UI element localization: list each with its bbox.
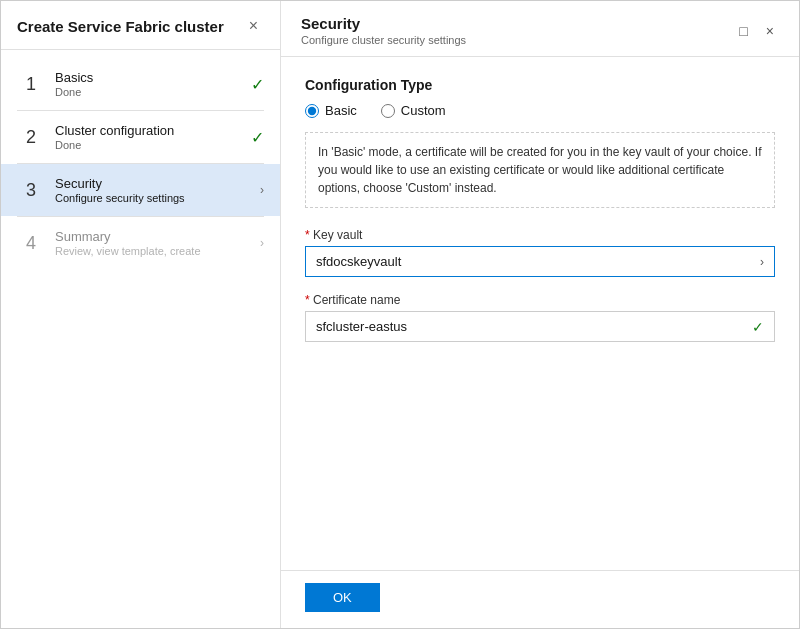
right-content: Configuration Type Basic Custom In 'Basi…: [281, 57, 799, 570]
dialog-title: Create Service Fabric cluster: [17, 18, 224, 35]
right-title: Security: [301, 15, 734, 32]
step-check-1: ✓: [251, 75, 264, 94]
key-vault-group: * Key vault ›: [305, 228, 775, 277]
step-subtitle-1: Done: [55, 86, 245, 98]
radio-custom[interactable]: Custom: [381, 103, 446, 118]
create-cluster-dialog: Create Service Fabric cluster × 1 Basics…: [0, 0, 800, 629]
step-title-2: Cluster configuration: [55, 123, 245, 138]
key-vault-label: * Key vault: [305, 228, 775, 242]
key-vault-input-wrapper[interactable]: ›: [305, 246, 775, 277]
step-chevron-3: ›: [260, 183, 264, 197]
step-number-4: 4: [17, 229, 45, 257]
steps-list: 1 Basics Done ✓ 2 Cluster configuration …: [1, 50, 280, 628]
step-subtitle-3: Configure security settings: [55, 192, 256, 204]
key-vault-chevron-icon[interactable]: ›: [750, 255, 774, 269]
step-subtitle-4: Review, view template, create: [55, 245, 256, 257]
radio-group: Basic Custom: [305, 103, 775, 118]
certificate-name-check-icon: ✓: [742, 319, 774, 335]
step-item-basics[interactable]: 1 Basics Done ✓: [1, 58, 280, 110]
minimize-button[interactable]: □: [734, 21, 752, 41]
right-panel: Security Configure cluster security sett…: [281, 1, 799, 628]
radio-basic-label: Basic: [325, 103, 357, 118]
certificate-name-input-wrapper[interactable]: ✓: [305, 311, 775, 342]
right-footer: OK: [281, 570, 799, 628]
key-vault-input[interactable]: [306, 247, 750, 276]
step-title-3: Security: [55, 176, 256, 191]
radio-custom-input[interactable]: [381, 104, 395, 118]
info-box: In 'Basic' mode, a certificate will be c…: [305, 132, 775, 208]
panel-close-button[interactable]: ×: [761, 21, 779, 41]
left-header: Create Service Fabric cluster ×: [1, 1, 280, 50]
right-header: Security Configure cluster security sett…: [281, 1, 799, 57]
step-number-3: 3: [17, 176, 45, 204]
certificate-name-input[interactable]: [306, 312, 742, 341]
step-number-1: 1: [17, 70, 45, 98]
step-number-2: 2: [17, 123, 45, 151]
step-title-1: Basics: [55, 70, 245, 85]
section-label: Configuration Type: [305, 77, 775, 93]
radio-custom-label: Custom: [401, 103, 446, 118]
step-item-cluster-config[interactable]: 2 Cluster configuration Done ✓: [1, 111, 280, 163]
step-check-2: ✓: [251, 128, 264, 147]
step-item-summary: 4 Summary Review, view template, create …: [1, 217, 280, 269]
step-title-4: Summary: [55, 229, 256, 244]
certificate-name-label: * Certificate name: [305, 293, 775, 307]
step-subtitle-2: Done: [55, 139, 245, 151]
dialog-close-button[interactable]: ×: [243, 15, 264, 37]
left-panel: Create Service Fabric cluster × 1 Basics…: [1, 1, 281, 628]
radio-basic[interactable]: Basic: [305, 103, 357, 118]
right-subtitle: Configure cluster security settings: [301, 34, 734, 46]
step-item-security[interactable]: 3 Security Configure security settings ›: [1, 164, 280, 216]
ok-button[interactable]: OK: [305, 583, 380, 612]
step-chevron-4: ›: [260, 236, 264, 250]
radio-basic-input[interactable]: [305, 104, 319, 118]
certificate-name-group: * Certificate name ✓: [305, 293, 775, 342]
